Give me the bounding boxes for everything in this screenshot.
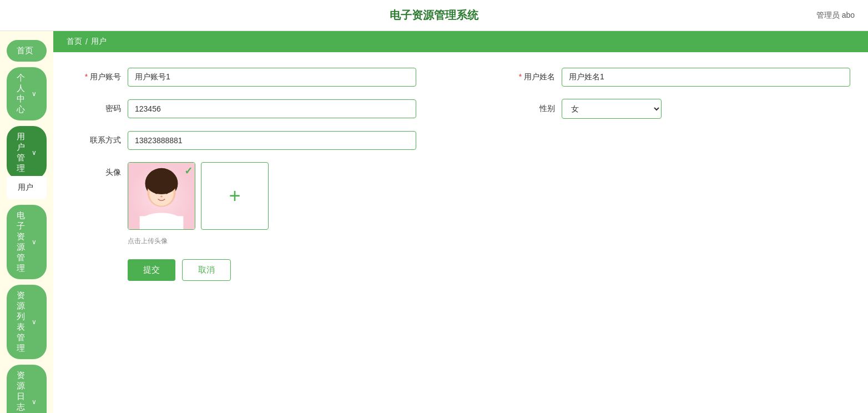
form-col-name: 用户姓名: [505, 68, 850, 87]
chevron-down-icon: ∨: [32, 398, 37, 406]
contact-input[interactable]: [128, 131, 416, 150]
password-label: 密码: [71, 104, 121, 114]
breadcrumb: 首页 / 用户: [53, 31, 868, 52]
name-input[interactable]: [562, 68, 850, 87]
avatar-row: 头像: [71, 162, 850, 230]
header: 电子资源管理系统 管理员 abo: [0, 0, 868, 31]
user-form: 用户账号 用户姓名 密码 性别 女 男: [53, 52, 868, 413]
chevron-down-icon: ∨: [32, 238, 37, 246]
sidebar-item-list-mgmt-label: 资源列表管理: [17, 290, 32, 354]
avatar-hint: 点击上传头像: [128, 236, 850, 246]
cancel-button[interactable]: 取消: [182, 259, 231, 281]
chevron-down-icon: ∨: [32, 318, 37, 326]
avatar-check-icon: ✓: [184, 165, 193, 177]
sidebar-submenu-user-mgmt: 用户: [7, 176, 47, 199]
form-col-gender: 性别 女 男: [505, 99, 662, 119]
svg-point-6: [165, 192, 168, 194]
form-col-account: 用户账号: [71, 68, 416, 87]
sidebar-item-resource-mgmt-label: 电子资源管理: [17, 210, 32, 274]
password-input[interactable]: [128, 99, 416, 118]
svg-rect-9: [140, 216, 184, 229]
contact-label: 联系方式: [71, 135, 121, 145]
avatar-content: ✓ +: [128, 162, 269, 230]
chevron-down-icon: ∨: [32, 90, 37, 98]
breadcrumb-separator: /: [85, 37, 88, 46]
chevron-down-icon: ∨: [32, 149, 37, 157]
avatar-upload-button[interactable]: +: [201, 162, 269, 230]
sidebar-item-personal[interactable]: 个人中心 ∨: [7, 67, 47, 120]
sidebar-item-home[interactable]: 首页: [7, 40, 47, 62]
form-row-contact: 联系方式: [71, 131, 850, 150]
plus-icon: +: [229, 186, 240, 206]
account-input[interactable]: [128, 68, 416, 87]
gender-select[interactable]: 女 男: [562, 99, 662, 119]
breadcrumb-home[interactable]: 首页: [67, 37, 82, 47]
sidebar-item-log-mgmt[interactable]: 资源日志管理 ∨: [7, 365, 47, 413]
submit-button[interactable]: 提交: [128, 259, 175, 281]
svg-point-4: [146, 173, 176, 194]
sidebar-item-resource-mgmt[interactable]: 电子资源管理 ∨: [7, 205, 47, 279]
main-content: 首页 / 用户 用户账号 用户姓名 密码: [53, 31, 868, 413]
form-row-account-name: 用户账号 用户姓名: [71, 68, 850, 87]
form-buttons: 提交 取消: [128, 259, 850, 281]
gender-label: 性别: [505, 104, 555, 114]
sidebar-item-user-mgmt[interactable]: 用户管理 ∨: [7, 126, 47, 179]
sidebar-item-user-mgmt-label: 用户管理: [17, 132, 32, 174]
form-col-contact: 联系方式: [71, 131, 416, 150]
sidebar-item-list-mgmt[interactable]: 资源列表管理 ∨: [7, 285, 47, 359]
svg-point-5: [155, 192, 158, 194]
sidebar-item-log-mgmt-label: 资源日志管理: [17, 370, 32, 413]
sidebar-item-home-label: 首页: [17, 46, 33, 56]
name-label: 用户姓名: [505, 72, 555, 82]
account-label: 用户账号: [71, 72, 121, 82]
avatar-label: 头像: [71, 162, 121, 178]
user-info: 管理员 abo: [816, 11, 855, 21]
svg-point-7: [160, 196, 163, 198]
breadcrumb-current: 用户: [91, 37, 107, 47]
avatar-preview: ✓: [128, 162, 195, 230]
sidebar-item-personal-label: 个人中心: [17, 73, 32, 115]
sidebar: 首页 个人中心 ∨ 用户管理 ∨ 用户 电子资源管理 ∨ 资源列表管理 ∨: [0, 31, 53, 413]
sidebar-submenu-item-user[interactable]: 用户: [7, 178, 47, 197]
app-title: 电子资源管理系统: [390, 8, 478, 23]
form-col-password: 密码: [71, 99, 416, 118]
form-row-password-gender: 密码 性别 女 男: [71, 99, 850, 119]
